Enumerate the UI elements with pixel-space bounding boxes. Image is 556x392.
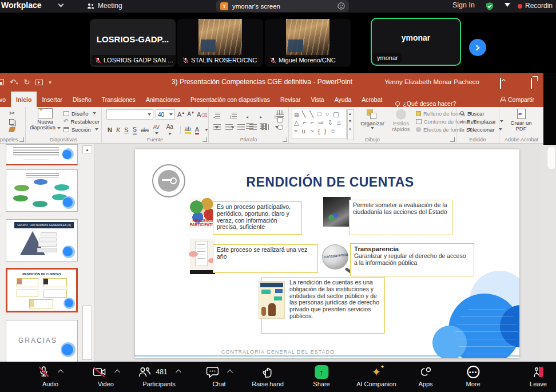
checklist-image[interactable] bbox=[190, 239, 215, 274]
columns-button[interactable] bbox=[261, 124, 269, 130]
filter-caret-icon[interactable] bbox=[505, 3, 510, 7]
thumbnail-scroll-up-button[interactable]: ▲ bbox=[82, 145, 92, 153]
strikethrough-button[interactable]: abc bbox=[141, 127, 149, 133]
shapes-gallery[interactable]: ▤ ╲ ╲ □ ○ ▢ △ ⌐ ⌐ ⇨ ⇩ ⌂ ≈ ∪ ~ { } ☆ ▲▼▾ bbox=[292, 109, 347, 139]
meeting-tab[interactable]: Meeting bbox=[87, 2, 122, 10]
format-painter-button[interactable] bbox=[9, 127, 15, 132]
ribbon-display-options-button[interactable] bbox=[500, 78, 501, 89]
section-button[interactable]: Sección bbox=[63, 125, 100, 133]
font-color-button[interactable]: A bbox=[195, 126, 199, 134]
slide-textbox-3[interactable]: Este proceso se realizará una vez año bbox=[213, 244, 318, 273]
tab-ayuda[interactable]: Ayuda bbox=[329, 92, 357, 107]
video-control[interactable]: Video bbox=[93, 365, 120, 387]
text-direction-button[interactable] bbox=[277, 110, 284, 115]
align-text-button[interactable] bbox=[277, 117, 283, 122]
gallery-next-button[interactable] bbox=[469, 39, 486, 56]
italic-button[interactable]: K bbox=[116, 126, 120, 133]
share-control[interactable]: ↑ Share bbox=[313, 365, 329, 387]
tab-insertar[interactable]: Insertar bbox=[37, 92, 67, 107]
tab-animaciones[interactable]: Animaciones bbox=[141, 92, 185, 107]
shapes-gallery-scroll[interactable]: ▲▼▾ bbox=[347, 109, 354, 140]
participants-control[interactable]: 481 Participants bbox=[137, 365, 180, 387]
slide-title[interactable]: RENDICIÓN DE CUENTAS bbox=[192, 175, 468, 190]
reset-slide-button[interactable]: ↶Restablecer bbox=[63, 117, 100, 125]
tab-vista[interactable]: Vista bbox=[306, 92, 329, 107]
transparency-lens-image[interactable]: transparencia bbox=[322, 244, 352, 273]
align-left-button[interactable] bbox=[213, 124, 221, 130]
video-tile-ymonar-active[interactable]: ymonar ymonar bbox=[371, 18, 461, 66]
sign-in-button[interactable]: Sign In bbox=[452, 1, 475, 9]
font-size-combo[interactable]: 40 bbox=[156, 109, 175, 120]
video-options-chevron[interactable] bbox=[114, 369, 120, 375]
current-slide[interactable]: RENDICIÓN DE CUENTAS PROCESOS PARTICIPAT… bbox=[135, 149, 519, 358]
tab-archivo[interactable]: Archivo bbox=[0, 92, 11, 107]
citizen-evaluation-image[interactable] bbox=[323, 197, 351, 227]
highlight-color-button[interactable]: ab bbox=[185, 126, 191, 134]
slide-textbox-4[interactable]: Transparencia Garantizar y regular el de… bbox=[350, 243, 474, 276]
clear-format-icon[interactable]: A⌫ bbox=[197, 111, 208, 118]
redo-icon[interactable]: ↻ bbox=[23, 78, 30, 86]
save-icon[interactable] bbox=[0, 79, 4, 85]
start-slideshow-icon[interactable] bbox=[35, 80, 43, 85]
paragraph-dialog-launcher[interactable] bbox=[283, 137, 287, 142]
bold-button[interactable]: N bbox=[108, 126, 112, 133]
tab-presentacion[interactable]: Presentación con diapositivas bbox=[185, 92, 275, 107]
quick-styles-button[interactable]: Estilos rápidos bbox=[388, 109, 414, 133]
chevron-down-icon[interactable] bbox=[58, 2, 64, 7]
character-spacing-button[interactable]: AV bbox=[153, 124, 162, 136]
align-right-button[interactable] bbox=[237, 124, 245, 130]
more-control[interactable]: ••• More bbox=[466, 365, 480, 387]
undo-icon[interactable]: ↶▾ bbox=[10, 78, 18, 86]
tab-revisar[interactable]: Revisar bbox=[275, 92, 306, 107]
participants-options-chevron[interactable] bbox=[176, 369, 181, 375]
share-button[interactable]: Compartir bbox=[500, 92, 543, 107]
audio-control[interactable]: Audio bbox=[38, 365, 63, 387]
copy-button[interactable] bbox=[9, 119, 14, 125]
replace-button[interactable]: abReemplazar bbox=[460, 117, 503, 125]
cut-button[interactable]: ✂ bbox=[9, 110, 15, 117]
decrease-font-icon[interactable]: A▼ bbox=[187, 111, 194, 117]
new-slide-button[interactable]: ✦ Nueva diapositiva bbox=[29, 108, 61, 131]
thumbnail-scrollbar[interactable] bbox=[82, 306, 92, 360]
tab-transiciones[interactable]: Transiciones bbox=[97, 92, 141, 107]
justify-button[interactable] bbox=[249, 124, 257, 130]
arrange-button[interactable]: Organizar bbox=[358, 109, 387, 129]
chat-control[interactable]: Chat bbox=[206, 365, 232, 387]
screen-share-indicator[interactable]: Y ymonar's screen bbox=[216, 0, 349, 12]
drawing-dialog-launcher[interactable] bbox=[450, 137, 455, 142]
tell-me-search[interactable]: ¿Qué desea hacer? bbox=[395, 100, 456, 107]
thumbnail-slide-2[interactable] bbox=[6, 169, 78, 212]
tab-acrobat[interactable]: Acrobat bbox=[356, 92, 387, 107]
workspace-scrollbar[interactable] bbox=[547, 146, 556, 170]
video-tile-miguel[interactable]: Miguel Moreno/CNC bbox=[265, 19, 351, 67]
chat-options-chevron[interactable] bbox=[227, 369, 233, 375]
video-tile-losrios[interactable]: LOSRIOS-GADP... LOSRIOS-GADP SAN ... bbox=[90, 19, 176, 67]
create-pdf-button[interactable]: ✒ Crear un PDF bbox=[506, 109, 536, 132]
customize-qat-icon[interactable]: ▾ bbox=[49, 80, 51, 85]
align-center-button[interactable] bbox=[225, 124, 233, 130]
tab-inicio[interactable]: Inicio bbox=[11, 92, 37, 107]
video-tile-stalin[interactable]: STALIN ROSERO/CNC bbox=[177, 19, 263, 67]
change-case-button[interactable]: Aa bbox=[166, 124, 176, 136]
clipboard-dialog-launcher[interactable] bbox=[19, 137, 24, 142]
workspace-menu[interactable]: Workplace bbox=[1, 1, 42, 10]
thumbnail-slide-5[interactable]: GRACIAS bbox=[6, 320, 78, 362]
increase-font-icon[interactable]: A▲ bbox=[177, 111, 185, 118]
font-dialog-launcher[interactable] bbox=[202, 137, 207, 142]
raise-hand-control[interactable]: Raise hand bbox=[252, 365, 284, 387]
thumbnail-slide-1[interactable] bbox=[6, 144, 78, 165]
ai-companion-control[interactable]: ✦ AI Companion bbox=[356, 365, 396, 387]
security-shield-icon[interactable] bbox=[485, 2, 494, 11]
reaction-icon[interactable] bbox=[337, 2, 345, 10]
underline-button[interactable]: S bbox=[124, 126, 128, 133]
leave-control[interactable]: Leave bbox=[530, 365, 547, 387]
find-button[interactable]: Buscar bbox=[460, 109, 503, 117]
public-service-cartoon-image[interactable] bbox=[259, 281, 285, 319]
restore-button[interactable] bbox=[531, 78, 532, 89]
slide-textbox-2[interactable]: Permite someter a evaluación de la ciuda… bbox=[349, 200, 452, 235]
audio-options-chevron[interactable] bbox=[58, 369, 63, 375]
select-button[interactable]: ▷Seleccionar bbox=[460, 125, 503, 133]
thumbnail-slide-3[interactable]: GRUPO : 100 NORMAS GENERALES (4) bbox=[6, 219, 78, 262]
apps-control[interactable]: Apps bbox=[418, 365, 432, 387]
slide-layout-button[interactable]: Diseño bbox=[63, 109, 100, 117]
